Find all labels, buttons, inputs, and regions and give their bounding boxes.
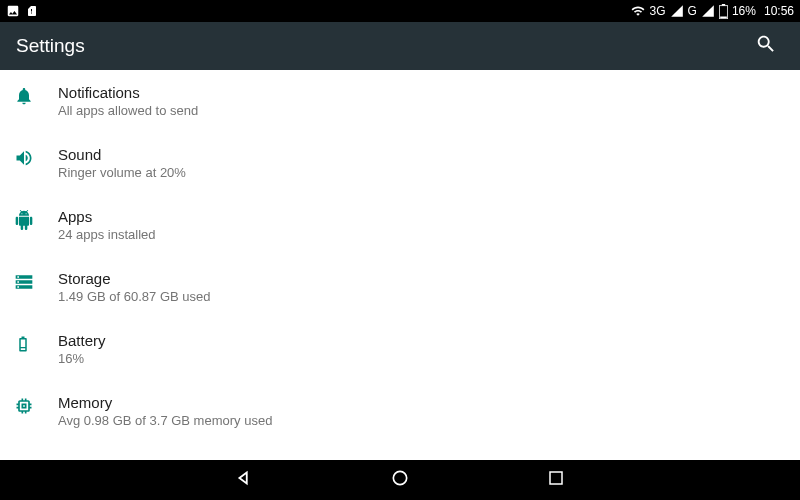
search-button[interactable]	[748, 28, 784, 64]
settings-item-battery[interactable]: Battery 16%	[0, 318, 800, 380]
settings-list[interactable]: Notifications All apps allowed to send S…	[0, 70, 800, 460]
battery-status-icon	[719, 4, 728, 19]
item-title: Apps	[58, 208, 800, 225]
back-icon	[233, 467, 255, 493]
home-icon	[390, 468, 410, 492]
item-subtitle: All apps allowed to send	[58, 103, 800, 118]
signal-icon-1	[670, 4, 684, 18]
settings-item-sound[interactable]: Sound Ringer volume at 20%	[0, 132, 800, 194]
android-icon	[14, 208, 58, 230]
settings-item-users[interactable]: Users Signed in as Owner	[0, 442, 800, 460]
recents-icon	[547, 469, 565, 491]
settings-item-apps[interactable]: Apps 24 apps installed	[0, 194, 800, 256]
recents-button[interactable]	[538, 462, 574, 498]
item-title: Storage	[58, 270, 800, 287]
status-right: 3G G 16% 10:56	[630, 4, 794, 19]
svg-point-3	[393, 471, 406, 484]
item-subtitle: Avg 0.98 GB of 3.7 GB memory used	[58, 413, 800, 428]
item-subtitle: 16%	[58, 351, 800, 366]
settings-item-memory[interactable]: Memory Avg 0.98 GB of 3.7 GB memory used	[0, 380, 800, 442]
status-bar: 3G G 16% 10:56	[0, 0, 800, 22]
item-title: Memory	[58, 394, 800, 411]
page-title: Settings	[16, 35, 85, 57]
memory-icon	[14, 394, 58, 416]
battery-icon	[14, 332, 58, 354]
clock: 10:56	[764, 4, 794, 18]
bell-icon	[14, 84, 58, 106]
item-subtitle: Ringer volume at 20%	[58, 165, 800, 180]
network-label-2: G	[688, 4, 697, 18]
settings-item-notifications[interactable]: Notifications All apps allowed to send	[0, 70, 800, 132]
wifi-icon	[630, 4, 646, 18]
svg-rect-4	[550, 472, 562, 484]
svg-rect-2	[720, 16, 727, 18]
item-title: Battery	[58, 332, 800, 349]
storage-icon	[14, 270, 58, 292]
item-subtitle: 24 apps installed	[58, 227, 800, 242]
item-title: Sound	[58, 146, 800, 163]
back-button[interactable]	[226, 462, 262, 498]
image-icon	[6, 4, 20, 18]
settings-item-storage[interactable]: Storage 1.49 GB of 60.87 GB used	[0, 256, 800, 318]
home-button[interactable]	[382, 462, 418, 498]
sd-card-icon	[26, 4, 38, 18]
search-icon	[755, 33, 777, 59]
signal-icon-2	[701, 4, 715, 18]
battery-percent: 16%	[732, 4, 756, 18]
item-title: Notifications	[58, 84, 800, 101]
volume-icon	[14, 146, 58, 168]
app-toolbar: Settings	[0, 22, 800, 70]
status-left	[6, 4, 38, 18]
item-subtitle: 1.49 GB of 60.87 GB used	[58, 289, 800, 304]
network-label-1: 3G	[650, 4, 666, 18]
navigation-bar	[0, 460, 800, 500]
